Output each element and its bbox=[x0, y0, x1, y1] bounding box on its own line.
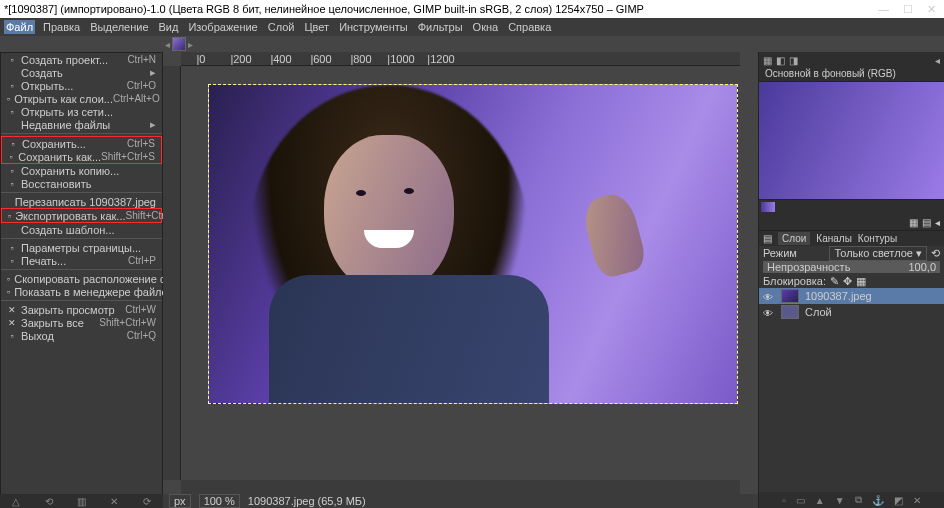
menu-view[interactable]: Вид bbox=[157, 20, 181, 34]
scrollbar-horizontal[interactable] bbox=[181, 480, 740, 494]
menu-file[interactable]: Файл bbox=[4, 20, 35, 34]
menu-item[interactable]: ✕Закрыть просмотрCtrl+W bbox=[1, 303, 162, 316]
layer-name[interactable]: 1090387.jpeg bbox=[805, 290, 872, 302]
delete-layer-icon[interactable]: ✕ bbox=[913, 495, 921, 506]
menu-item[interactable]: ▫Сохранить как...Shift+Ctrl+S bbox=[2, 150, 161, 163]
menu-item[interactable]: ▫Экспортировать как...Shift+Ctrl+E bbox=[2, 209, 161, 222]
menu-color[interactable]: Цвет bbox=[302, 20, 331, 34]
gradient-swatch[interactable] bbox=[761, 202, 775, 212]
tab-layers[interactable]: Слои bbox=[778, 232, 810, 245]
navigation-preview[interactable] bbox=[759, 82, 944, 200]
lock-alpha-icon[interactable]: ▦ bbox=[856, 275, 866, 288]
mode-reset-icon[interactable]: ⟲ bbox=[931, 247, 940, 260]
tool-icon[interactable]: ▥ bbox=[77, 496, 86, 507]
maximize-icon[interactable]: ☐ bbox=[903, 3, 913, 16]
mode-select[interactable]: Только светлое ▾ bbox=[829, 246, 927, 261]
separator bbox=[1, 300, 162, 301]
visibility-icon[interactable]: 👁 bbox=[763, 308, 775, 316]
menu-item[interactable]: ▫ВыходCtrl+Q bbox=[1, 329, 162, 342]
menu-select[interactable]: Выделение bbox=[88, 20, 150, 34]
menu-help[interactable]: Справка bbox=[506, 20, 553, 34]
opt-icon[interactable]: ▦ bbox=[909, 217, 918, 228]
menu-item[interactable]: ▫Открыть из сети... bbox=[1, 105, 162, 118]
menu-group: ▫Сохранить копию...▫Восстановить bbox=[1, 164, 162, 190]
duplicate-layer-icon[interactable]: ⧉ bbox=[855, 494, 862, 506]
item-shortcut: Ctrl+P bbox=[128, 255, 156, 266]
dock-menu-icon[interactable]: ◂ bbox=[935, 55, 940, 66]
visibility-icon[interactable]: 👁 bbox=[763, 292, 775, 300]
menu-item[interactable]: Создать шаблон... bbox=[1, 223, 162, 236]
item-label: Восстановить bbox=[21, 178, 156, 190]
item-label: Сохранить копию... bbox=[21, 165, 156, 177]
minimize-icon[interactable]: — bbox=[878, 3, 889, 16]
menu-windows[interactable]: Окна bbox=[471, 20, 501, 34]
menu-image[interactable]: Изображение bbox=[186, 20, 259, 34]
menu-item[interactable]: ▫Открыть...Ctrl+O bbox=[1, 79, 162, 92]
tool-icon[interactable]: ✕ bbox=[110, 496, 118, 507]
menu-filters[interactable]: Фильтры bbox=[416, 20, 465, 34]
tool-icon[interactable]: ⟳ bbox=[143, 496, 151, 507]
menu-item[interactable]: ▫Параметры страницы... bbox=[1, 241, 162, 254]
menu-item[interactable]: ▫Показать в менеджере файловCtrl+Alt+F bbox=[1, 285, 162, 298]
canvas[interactable] bbox=[208, 84, 738, 404]
opacity-slider[interactable]: Непрозрачность 100,0 bbox=[763, 261, 940, 273]
zoom-select[interactable]: 100 % bbox=[199, 494, 240, 508]
item-label: Перезаписать 1090387.jpeg bbox=[15, 196, 156, 208]
item-icon: ▫ bbox=[7, 107, 17, 117]
layer-group-icon[interactable]: ▭ bbox=[796, 495, 805, 506]
item-shortcut: Ctrl+O bbox=[127, 80, 156, 91]
menu-item[interactable]: ▫Скопировать расположение файла bbox=[1, 272, 162, 285]
tab-icon[interactable]: ▤ bbox=[763, 233, 772, 244]
item-label: Создать шаблон... bbox=[21, 224, 156, 236]
tab-prev-icon[interactable]: ◂ bbox=[165, 39, 170, 50]
menu-item[interactable]: ▫Сохранить...Ctrl+S bbox=[2, 137, 161, 150]
raise-layer-icon[interactable]: ▲ bbox=[815, 495, 825, 506]
layer-name[interactable]: Слой bbox=[805, 306, 832, 318]
lock-brush-icon[interactable]: ✎ bbox=[830, 275, 839, 288]
menu-item[interactable]: ✕Закрыть всеShift+Ctrl+W bbox=[1, 316, 162, 329]
item-icon: ▫ bbox=[7, 166, 17, 176]
menu-item[interactable]: ▫Создать проект...Ctrl+N bbox=[1, 53, 162, 66]
layer-row[interactable]: 👁 1090387.jpeg bbox=[759, 288, 944, 304]
tab-paths[interactable]: Контуры bbox=[858, 233, 897, 244]
window-title: *[1090387] (импортировано)-1.0 (Цвета RG… bbox=[4, 3, 878, 15]
dock-icon[interactable]: ▦ bbox=[763, 55, 772, 66]
menubar[interactable]: Файл Правка Выделение Вид Изображение Сл… bbox=[0, 18, 944, 36]
close-icon[interactable]: ✕ bbox=[927, 3, 936, 16]
opt-icon[interactable]: ◂ bbox=[935, 217, 940, 228]
menu-item[interactable]: ▫Печать...Ctrl+P bbox=[1, 254, 162, 267]
menu-tools[interactable]: Инструменты bbox=[337, 20, 410, 34]
dock-icon[interactable]: ◨ bbox=[789, 55, 798, 66]
gradient-title: Основной в фоновый (RGB) bbox=[759, 68, 944, 82]
tab-channels[interactable]: Каналы bbox=[816, 233, 852, 244]
highlighted-group: ▫Экспортировать как...Shift+Ctrl+E bbox=[1, 208, 162, 223]
menu-item[interactable]: Недавние файлы▸ bbox=[1, 118, 162, 131]
item-icon: ▫ bbox=[8, 139, 18, 149]
lower-layer-icon[interactable]: ▼ bbox=[835, 495, 845, 506]
dock-icons: ▦ ◧ ◨ ◂ bbox=[759, 52, 944, 68]
menu-item[interactable]: Перезаписать 1090387.jpeg bbox=[1, 195, 162, 208]
menu-item[interactable]: ▫Сохранить копию... bbox=[1, 164, 162, 177]
merge-icon[interactable]: ⚓ bbox=[872, 495, 884, 506]
menu-layer[interactable]: Слой bbox=[266, 20, 297, 34]
tab-thumbnail[interactable] bbox=[172, 37, 186, 51]
image-content bbox=[229, 84, 569, 404]
menu-edit[interactable]: Правка bbox=[41, 20, 82, 34]
mask-icon[interactable]: ◩ bbox=[894, 495, 903, 506]
item-label: Сохранить как... bbox=[18, 151, 101, 163]
item-icon: ▫ bbox=[7, 274, 10, 284]
new-layer-icon[interactable]: ▫ bbox=[782, 495, 786, 506]
tool-icon[interactable]: △ bbox=[12, 496, 20, 507]
lock-move-icon[interactable]: ✥ bbox=[843, 275, 852, 288]
tool-icon[interactable]: ⟲ bbox=[45, 496, 53, 507]
layer-row[interactable]: 👁 Слой bbox=[759, 304, 944, 320]
tab-next-icon[interactable]: ▸ bbox=[188, 39, 193, 50]
dock-icon[interactable]: ◧ bbox=[776, 55, 785, 66]
opt-icon[interactable]: ▤ bbox=[922, 217, 931, 228]
menu-item[interactable]: ▫Открыть как слои...Ctrl+Alt+O bbox=[1, 92, 162, 105]
menu-item[interactable]: ▫Восстановить bbox=[1, 177, 162, 190]
menu-item[interactable]: Создать▸ bbox=[1, 66, 162, 79]
item-icon: ▫ bbox=[7, 256, 17, 266]
item-shortcut: Ctrl+Q bbox=[127, 330, 156, 341]
unit-select[interactable]: px bbox=[169, 494, 191, 508]
